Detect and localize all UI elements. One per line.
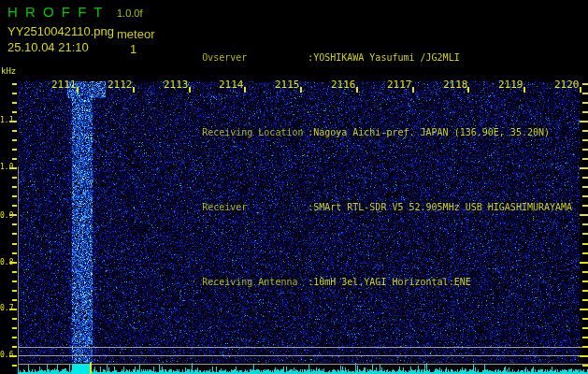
x-tick-label: 2114 xyxy=(219,79,244,91)
info-label: Receiver xyxy=(202,201,308,214)
info-value: :Nagoya Aichi-pref. JAPAN (136.90E, 35.2… xyxy=(308,127,550,137)
x-tick-label: 2115 xyxy=(275,79,300,91)
info-label: Receiving Location xyxy=(202,126,308,139)
x-tick-label: 2117 xyxy=(387,79,412,91)
x-tick-label: 2120 xyxy=(554,79,580,91)
info-value: :10mH 3el.YAGI Horizontal:ENE xyxy=(308,277,471,287)
info-value: :SMArt RTL-SDR V5 52.905MHz USB HIGASHIM… xyxy=(308,202,572,212)
info-row-observer: Ovserver:YOSHIKAWA Yasufumi /JG2MLI xyxy=(168,38,572,78)
y-tick-label: 0.6 xyxy=(0,351,11,359)
x-tick-label: 2112 xyxy=(108,79,133,91)
x-tick-label: 2118 xyxy=(443,79,468,91)
y-tick-label: 1.1 xyxy=(0,116,11,124)
info-row-location: Receiving Location:Nagoya Aichi-pref. JA… xyxy=(168,113,572,152)
info-value: :YOSHIKAWA Yasufumi /JG2MLI xyxy=(308,52,460,63)
info-row-antenna: Receiving Antenna:10mH 3el.YAGI Horizont… xyxy=(168,263,572,302)
observation-mode-label: meteor xyxy=(117,27,154,41)
app-version: 1.0.0f xyxy=(117,7,143,19)
observation-datetime: 25.10.04 21:10 xyxy=(7,40,89,54)
x-tick-label: 2116 xyxy=(331,79,356,91)
x-tick-label: 2111 xyxy=(51,79,77,91)
y-tick-label: 0.7 xyxy=(0,304,11,312)
y-tick-label: 0.8 xyxy=(0,258,11,266)
hrofft-spectrogram-screen: H R O F F T 1.0.0f YY2510042110.png mete… xyxy=(0,0,588,374)
app-title: H R O F F T xyxy=(7,4,104,20)
y-tick-label: 1.0 xyxy=(0,163,11,171)
event-count: 1 xyxy=(130,42,136,56)
info-label: Receiving Antenna xyxy=(202,276,308,289)
observer-info-block: Ovserver:YOSHIKAWA Yasufumi /JG2MLI Rece… xyxy=(168,3,572,338)
x-tick-label: 2113 xyxy=(164,79,189,91)
info-row-receiver: Receiver:SMArt RTL-SDR V5 52.905MHz USB … xyxy=(168,188,572,227)
y-axis-unit-label: kHz xyxy=(1,66,16,76)
output-filename: YY2510042110.png xyxy=(7,24,114,38)
x-tick-label: 2119 xyxy=(498,79,523,91)
info-label: Ovserver xyxy=(202,51,308,65)
y-tick-label: 0.9 xyxy=(0,211,11,220)
